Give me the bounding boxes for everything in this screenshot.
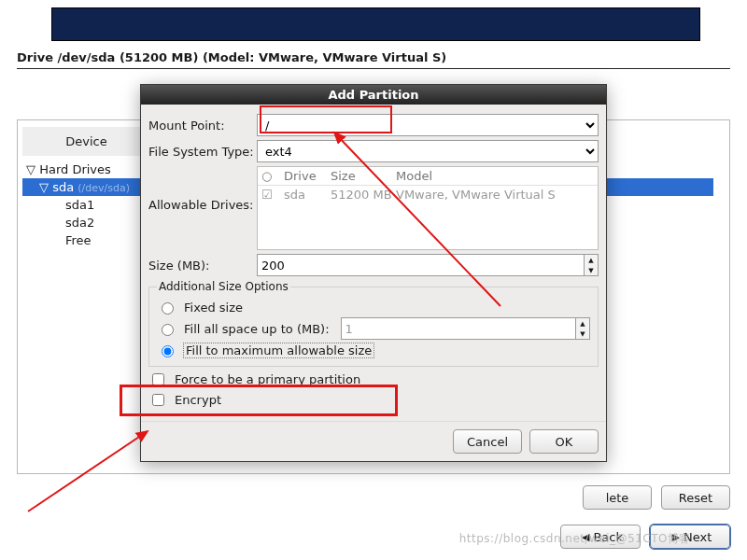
col-drive: Drive	[284, 169, 331, 183]
spin-down-icon: ▼	[576, 329, 589, 339]
radio-label: Fixed size	[184, 301, 243, 315]
spin-up-icon: ▲	[576, 318, 589, 329]
fs-type-select[interactable]: ext4	[257, 140, 599, 162]
mount-point-label: Mount Point:	[148, 119, 257, 133]
tree-label: sda1	[65, 198, 94, 212]
col-size: Size	[331, 169, 396, 183]
opt-fill-up-to[interactable]: Fill all space up to (MB): ▲▼	[157, 317, 590, 340]
drive-row-size: 51200 MB	[331, 188, 396, 202]
delete-button[interactable]: lete	[583, 485, 652, 510]
fill-up-to-spinner: ▲▼	[575, 317, 590, 340]
col-check-icon: ○	[261, 169, 284, 183]
size-spinner[interactable]: ▲▼	[584, 254, 599, 276]
tree-label: Hard Drives	[39, 162, 111, 176]
encrypt-checkbox[interactable]	[152, 394, 164, 406]
force-primary-checkbox[interactable]	[152, 373, 164, 385]
radio-label: Fill to maximum allowable size	[184, 343, 374, 357]
fill-up-to-input	[341, 317, 575, 340]
radio-fixed[interactable]	[162, 302, 174, 315]
size-input[interactable]	[257, 254, 584, 276]
radio-fillupto[interactable]	[162, 324, 174, 336]
mount-point-select[interactable]: /	[257, 114, 599, 136]
drive-header: Drive /dev/sda (51200 MB) (Model: VMware…	[17, 50, 730, 64]
tree-label: sda	[52, 180, 74, 194]
chevron-down-icon: ▽	[26, 162, 35, 176]
checkbox-label: Force to be a primary partition	[175, 372, 360, 386]
checkbox-label: Encrypt	[175, 393, 221, 407]
dialog-title: Add Partition	[141, 85, 606, 105]
allowable-drives-table[interactable]: ○ Drive Size Model ☑ sda 51200 MB VMware…	[257, 166, 599, 250]
fs-type-label: File System Type:	[148, 145, 257, 159]
drive-row[interactable]: ☑ sda 51200 MB VMware, VMware Virtual S	[258, 186, 598, 203]
size-label: Size (MB):	[148, 259, 257, 273]
spin-up-icon[interactable]: ▲	[585, 255, 598, 265]
drive-row-name: sda	[284, 188, 331, 202]
additional-size-options: Additional Size Options Fixed size Fill …	[148, 280, 599, 367]
add-partition-dialog: Add Partition Mount Point: / File System…	[140, 84, 607, 462]
opt-fill-max[interactable]: Fill to maximum allowable size	[157, 343, 590, 357]
radio-fillmax[interactable]	[162, 345, 174, 357]
spin-down-icon[interactable]: ▼	[585, 265, 598, 275]
top-progress-bar	[51, 7, 700, 41]
tree-label: sda2	[65, 216, 94, 230]
encrypt-row[interactable]: Encrypt	[148, 391, 599, 409]
allowable-drives-label: Allowable Drives:	[148, 198, 257, 212]
ok-button[interactable]: OK	[529, 429, 599, 454]
tree-path: (/dev/sda)	[78, 182, 130, 194]
force-primary-row[interactable]: Force to be a primary partition	[148, 371, 599, 388]
partition-bar-border	[17, 68, 730, 69]
reset-button[interactable]: Reset	[661, 485, 730, 510]
tree-label: Free	[65, 233, 92, 247]
col-model: Model	[396, 169, 594, 183]
cancel-button[interactable]: Cancel	[453, 429, 522, 454]
drive-row-checkbox[interactable]: ☑	[261, 188, 284, 202]
chevron-down-icon: ▽	[39, 180, 49, 194]
device-column-header: Device	[22, 127, 151, 156]
opt-fixed-size[interactable]: Fixed size	[157, 300, 590, 315]
drive-row-model: VMware, VMware Virtual S	[396, 188, 594, 202]
radio-label: Fill all space up to (MB):	[184, 322, 330, 336]
aso-legend: Additional Size Options	[157, 280, 290, 293]
partition-action-buttons: lete Reset	[583, 485, 730, 510]
watermark: https://blog.csdn.net/wei_@51CTO博客	[459, 531, 691, 547]
